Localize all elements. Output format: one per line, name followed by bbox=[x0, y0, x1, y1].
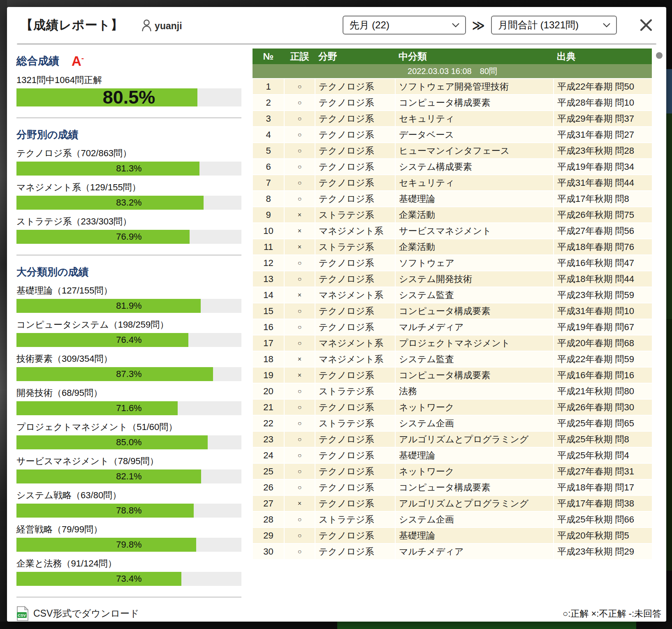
cell-field: ストラテジ系 bbox=[315, 239, 395, 255]
table-row: 15○テクノロジ系コンピュータ構成要素平成31年春期 問10 bbox=[253, 303, 652, 319]
cell-field: テクノロジ系 bbox=[315, 159, 395, 175]
table-row: 14×マネジメント系システム監査平成23年秋期 問59 bbox=[253, 287, 652, 303]
modal-content: 総合成績 A- 1321問中1064問正解 80.5% 分野別の成績 テクノロジ… bbox=[7, 45, 666, 622]
table-row: 23○テクノロジ系アルゴリズムとプログラミング平成25年秋期 問8 bbox=[253, 431, 652, 447]
csv-file-icon: CSV bbox=[16, 606, 29, 621]
category-label: コンピュータシステム（198/259問） bbox=[16, 319, 241, 331]
cell-subcategory: 基礎理論 bbox=[395, 527, 554, 543]
svg-text:CSV: CSV bbox=[18, 613, 26, 617]
cell-mark: ○ bbox=[284, 159, 315, 175]
cell-subcategory: システム開発技術 bbox=[395, 271, 554, 287]
cell-field: マネジメント系 bbox=[315, 287, 395, 303]
score-bar: 73.4% bbox=[16, 572, 241, 586]
cell-number: 10 bbox=[253, 223, 284, 239]
overall-score-bar-group: 80.5% bbox=[16, 88, 241, 106]
cell-source: 平成18年秋期 問44 bbox=[554, 271, 652, 287]
cell-mark: ○ bbox=[284, 319, 315, 335]
major-section-heading: 大分類別の成績 bbox=[16, 265, 241, 279]
grade-badge: A- bbox=[72, 54, 84, 68]
category-score-group: マネジメント系（129/155問）83.2% bbox=[16, 181, 241, 210]
table-row: 27×テクノロジ系アルゴリズムとプログラミング平成17年春期 問38 bbox=[253, 495, 652, 511]
cell-source: 平成17年春期 問38 bbox=[554, 495, 652, 511]
divider bbox=[16, 254, 241, 256]
cell-source: 平成20年秋期 問5 bbox=[554, 527, 652, 543]
overall-score-bar: 80.5% bbox=[16, 88, 241, 106]
cell-subcategory: システム構成要素 bbox=[395, 159, 554, 175]
cell-mark: ○ bbox=[284, 447, 315, 463]
score-percent: 73.4% bbox=[16, 572, 241, 586]
cell-number: 19 bbox=[253, 367, 284, 383]
score-bar: 79.8% bbox=[16, 538, 241, 552]
cell-number: 15 bbox=[253, 303, 284, 319]
cell-source: 平成20年春期 問68 bbox=[554, 335, 652, 351]
header-controls: 先月 (22) ≫ 月間合計 (1321問) bbox=[343, 16, 654, 35]
score-bar: 76.9% bbox=[16, 230, 241, 244]
table-header-row: №正誤分野中分類出典 bbox=[253, 49, 652, 64]
cell-mark: × bbox=[284, 351, 315, 367]
score-bar: 81.3% bbox=[16, 162, 241, 176]
cell-source: 平成31年春期 問44 bbox=[554, 175, 652, 191]
csv-download-link[interactable]: CSV CSV形式でダウンロード bbox=[16, 606, 241, 621]
category-score-group: サービスマネジメント（78/95問）82.1% bbox=[16, 455, 241, 483]
table-row: 21○テクノロジ系ネットワーク平成26年春期 問30 bbox=[253, 399, 652, 415]
backdrop-patch bbox=[666, 113, 672, 319]
cell-source: 平成31年春期 問10 bbox=[554, 303, 652, 319]
page-title: 【成績レポート】 bbox=[21, 17, 123, 34]
chevron-down-icon bbox=[452, 23, 460, 28]
cell-field: テクノロジ系 bbox=[315, 143, 395, 159]
category-score-group: 企業と法務（91/124問）73.4% bbox=[16, 557, 241, 586]
cell-mark: ○ bbox=[284, 255, 315, 271]
table-row: 10×マネジメント系サービスマネジメント平成27年春期 問56 bbox=[253, 223, 652, 239]
total-select[interactable]: 月間合計 (1321問) bbox=[491, 16, 617, 35]
score-percent: 76.9% bbox=[16, 230, 241, 244]
score-percent: 76.4% bbox=[16, 333, 241, 347]
cell-field: テクノロジ系 bbox=[315, 127, 395, 143]
cell-number: 22 bbox=[253, 415, 284, 431]
score-percent: 81.9% bbox=[16, 299, 241, 313]
cell-subcategory: プロジェクトマネジメント bbox=[395, 335, 554, 351]
cell-subcategory: 基礎理論 bbox=[395, 447, 554, 463]
category-score-group: 技術要素（309/354問）87.3% bbox=[16, 353, 241, 381]
cell-mark: ○ bbox=[284, 127, 315, 143]
cell-number: 21 bbox=[253, 399, 284, 415]
cell-number: 18 bbox=[253, 351, 284, 367]
period-select[interactable]: 先月 (22) bbox=[343, 16, 466, 35]
cell-source: 平成23年秋期 問59 bbox=[554, 287, 652, 303]
score-percent: 81.3% bbox=[16, 162, 241, 176]
score-percent: 83.2% bbox=[16, 196, 241, 210]
cell-subcategory: システム企画 bbox=[395, 415, 554, 431]
cell-number: 28 bbox=[253, 511, 284, 527]
close-button[interactable] bbox=[638, 17, 654, 33]
cell-mark: ○ bbox=[284, 479, 315, 495]
user-icon bbox=[141, 19, 152, 32]
table-row: 7○テクノロジ系セキュリティ平成31年春期 問44 bbox=[253, 175, 652, 191]
category-score-group: コンピュータシステム（198/259問）76.4% bbox=[16, 319, 241, 347]
table-row: 25○テクノロジ系ネットワーク平成27年春期 問31 bbox=[253, 463, 652, 479]
cell-mark: ○ bbox=[284, 79, 315, 95]
cell-mark: × bbox=[284, 223, 315, 239]
cell-mark: ○ bbox=[284, 527, 315, 543]
cell-mark: ○ bbox=[284, 511, 315, 527]
cell-number: 12 bbox=[253, 255, 284, 271]
session-header-row: 2022.03.03 16:08 80問 bbox=[253, 64, 652, 79]
cell-number: 6 bbox=[253, 159, 284, 175]
cell-source: 平成22年春期 問59 bbox=[554, 351, 652, 367]
table-row: 30○テクノロジ系マルチメディア平成23年秋期 問29 bbox=[253, 543, 652, 560]
backdrop-left bbox=[0, 0, 7, 629]
cell-subcategory: コンピュータ構成要素 bbox=[395, 303, 554, 319]
cell-subcategory: データベース bbox=[395, 127, 554, 143]
session-header-cell: 2022.03.03 16:08 80問 bbox=[253, 64, 652, 79]
score-percent: 78.8% bbox=[16, 504, 241, 518]
column-header: 出典 bbox=[554, 49, 652, 64]
close-icon bbox=[639, 27, 653, 33]
divider bbox=[16, 597, 241, 598]
score-percent: 85.0% bbox=[16, 435, 241, 449]
column-header: 中分類 bbox=[395, 49, 554, 64]
backdrop-patch bbox=[666, 319, 672, 571]
results-table: №正誤分野中分類出典 2022.03.03 16:08 80問1○テクノロジ系ソ… bbox=[252, 49, 652, 560]
scrollbar-thumb[interactable] bbox=[656, 52, 663, 59]
cell-mark: ○ bbox=[284, 175, 315, 191]
cell-subcategory: 企業活動 bbox=[395, 207, 554, 223]
cell-field: ストラテジ系 bbox=[315, 511, 395, 527]
cell-number: 13 bbox=[253, 271, 284, 287]
